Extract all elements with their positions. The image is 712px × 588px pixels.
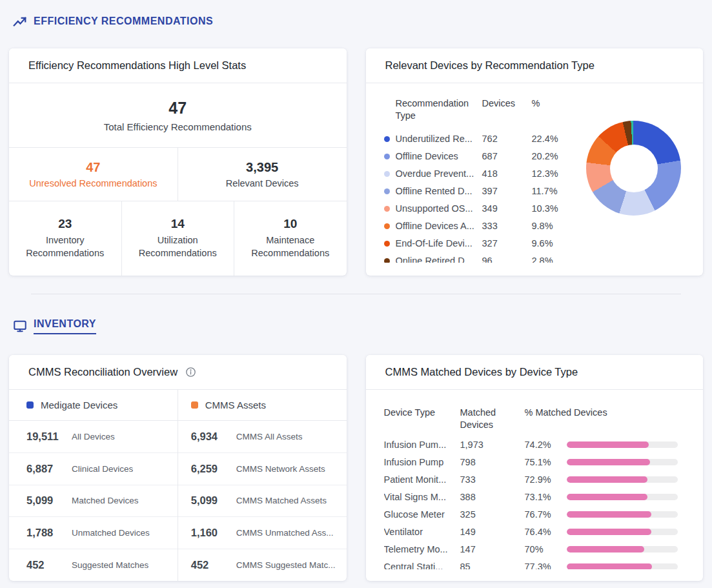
legend-dot	[384, 188, 390, 194]
table-row[interactable]: Infusion Pump 798 75.1%	[384, 454, 697, 471]
table-row[interactable]: Glucose Meter 325 76.7%	[384, 506, 697, 523]
table-row[interactable]: 6,259 CMMS Network Assets	[178, 452, 347, 485]
relevant-devices-value: 3,395	[246, 160, 278, 175]
devices-by-type-card: Relevant Devices by Recommendation Type …	[366, 48, 704, 276]
device-type: Infusion Pum...	[384, 440, 460, 450]
dashboard-page: EFFICIENCY RECOMMENDATIONS Efficiency Re…	[0, 0, 712, 588]
devices-percent: 9.6%	[532, 238, 553, 248]
matched-percent: 77.3%	[525, 562, 567, 569]
stat-value: 452	[191, 559, 232, 571]
table-row[interactable]: 19,511 All Devices	[9, 421, 178, 452]
unresolved-value: 47	[86, 160, 100, 175]
device-type: Telemetry Mo...	[384, 544, 460, 554]
inventory-recs-label: Inventory Recommendations	[19, 234, 111, 259]
matched-percent: 75.1%	[525, 457, 567, 467]
matched-card-header: CMMS Matched Devices by Device Type	[366, 355, 704, 390]
stats-bottom-row: 23 Inventory Recommendations 14 Utilizat…	[9, 201, 347, 276]
table-row[interactable]: Infusion Pum... 1,973 74.2%	[384, 436, 697, 454]
table-row[interactable]: 6,887 Clinical Devices	[9, 452, 178, 485]
progress-track	[567, 459, 678, 465]
progress-fill	[567, 563, 653, 569]
unresolved-recommendations-stat[interactable]: 47 Unresolved Recommendations	[9, 148, 178, 201]
table-row[interactable]: Ventilator 149 76.4%	[384, 523, 697, 541]
progress-fill	[567, 476, 647, 483]
stat-label: CMMS Unmatched Ass...	[236, 528, 334, 538]
total-recommendations-label: Total Efficiency Recommendations	[104, 121, 252, 132]
recommendation-type-table: Recommendation Type Devices % Underutili…	[384, 97, 575, 263]
total-recommendations-value: 47	[168, 99, 187, 117]
unresolved-label: Unresolved Recommendations	[29, 178, 157, 188]
progress-track	[567, 441, 678, 448]
reconciliation-body: Medigate Devices 19,511 All Devices 6,88…	[9, 390, 347, 581]
progress-track	[567, 511, 678, 518]
devices-percent: 12.3%	[532, 168, 558, 179]
table-row[interactable]: Online Retired D... 96 2.8%	[384, 252, 575, 263]
cmms-legend-label: CMMS Assets	[205, 400, 266, 411]
device-type: Central Stati...	[384, 562, 460, 569]
col-device-type: Device Type	[384, 407, 460, 431]
matched-table-header: Device Type Matched Devices % Matched De…	[384, 407, 697, 431]
table-row[interactable]: Vital Signs M... 388 73.1%	[384, 489, 697, 506]
efficiency-section-title: EFFICIENCY RECOMMENDATIONS	[34, 15, 213, 27]
table-row[interactable]: 1,160 CMMS Unmatched Ass...	[178, 516, 347, 549]
stat-value: 1,788	[26, 527, 68, 539]
device-type: Patient Monit...	[384, 474, 460, 485]
devices-card-body: Recommendation Type Devices % Underutili…	[366, 83, 704, 263]
table-row[interactable]: Central Stati... 85 77.3%	[384, 558, 697, 569]
device-type: Infusion Pump	[384, 457, 460, 467]
devices-count: 397	[482, 186, 532, 196]
utilization-recs-label: Utilization Recommendations	[132, 234, 223, 259]
inventory-section-title[interactable]: INVENTORY	[34, 318, 96, 334]
stat-value: 452	[26, 559, 68, 571]
trending-up-icon	[13, 14, 27, 28]
stat-value: 19,511	[26, 431, 68, 443]
matched-count: 147	[460, 544, 525, 554]
medigate-legend-swatch	[26, 401, 34, 409]
medigate-legend-label: Medigate Devices	[41, 400, 117, 411]
table-row[interactable]: Overdue Prevent... 418 12.3%	[384, 165, 575, 183]
legend-dot	[384, 223, 390, 229]
table-row[interactable]: Patient Monit... 733 72.9%	[384, 471, 697, 489]
table-row[interactable]: 5,099 Matched Devices	[9, 485, 178, 517]
legend-dot	[384, 136, 390, 142]
inventory-recommendations-stat: 23 Inventory Recommendations	[9, 201, 121, 276]
matched-count: 1,973	[460, 440, 525, 450]
table-row[interactable]: 6,934 CMMS All Assets	[178, 421, 347, 452]
inventory-cards-row: CMMS Reconciliation Overview Medigate De…	[9, 355, 703, 581]
matched-count: 733	[460, 474, 525, 485]
progress-fill	[567, 529, 651, 535]
cmms-reconciliation-card: CMMS Reconciliation Overview Medigate De…	[9, 355, 347, 581]
reconciliation-card-header: CMMS Reconciliation Overview	[9, 355, 347, 390]
table-row[interactable]: Underutilized Re... 762 22.4%	[384, 130, 575, 148]
stat-label: Suggested Matches	[72, 560, 148, 570]
inventory-section-header: INVENTORY	[9, 316, 703, 336]
table-row[interactable]: 452 Suggested Matches	[9, 549, 178, 581]
stats-card-header: Efficiency Recommendations High Level St…	[9, 48, 347, 83]
table-row[interactable]: Offline Devices A... 333 9.8%	[384, 218, 575, 235]
stat-value: 6,259	[191, 463, 232, 475]
info-icon[interactable]	[185, 367, 196, 378]
recommendation-label: Offline Devices A...	[396, 221, 482, 231]
devices-card-title: Relevant Devices by Recommendation Type	[385, 59, 595, 72]
table-row[interactable]: Offline Devices 687 20.2%	[384, 148, 575, 165]
donut-chart[interactable]	[586, 121, 681, 216]
recommendation-label: Underutilized Re...	[396, 134, 482, 144]
table-row[interactable]: 1,788 Unmatched Devices	[9, 516, 178, 549]
table-row[interactable]: 5,099 CMMS Matched Assets	[178, 485, 347, 517]
table-row[interactable]: Offline Rented D... 397 11.7%	[384, 183, 575, 200]
cmms-assets-column: CMMS Assets 6,934 CMMS All Assets 6,259 …	[178, 390, 347, 581]
progress-track	[567, 546, 678, 553]
recommendation-label: Overdue Prevent...	[396, 168, 482, 179]
table-row[interactable]: Telemetry Mo... 147 70%	[384, 541, 697, 558]
stat-value: 1,160	[191, 527, 232, 539]
stat-label: Clinical Devices	[72, 464, 133, 474]
table-row[interactable]: End-Of-Life Devi... 327 9.6%	[384, 235, 575, 252]
relevant-devices-stat: 3,395 Relevant Devices	[178, 148, 347, 201]
devices-count: 327	[482, 238, 532, 248]
devices-percent: 22.4%	[532, 134, 558, 144]
table-row[interactable]: 452 CMMS Suggested Matc...	[178, 549, 347, 581]
efficiency-section-header: EFFICIENCY RECOMMENDATIONS	[9, 13, 703, 30]
progress-track	[567, 563, 678, 569]
table-row[interactable]: Unsupported OS... 349 10.3%	[384, 200, 575, 218]
legend-dot	[384, 206, 390, 212]
